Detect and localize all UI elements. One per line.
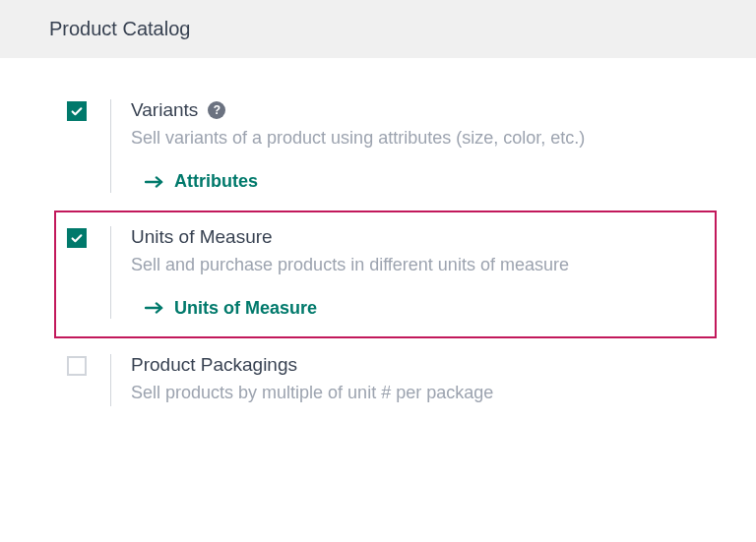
setting-row-uom: Units of Measure Sell and purchase produ…	[54, 211, 717, 339]
setting-title: Product Packagings	[131, 354, 297, 376]
link-label: Attributes	[174, 171, 258, 192]
link-attributes[interactable]: Attributes	[145, 171, 258, 192]
check-icon	[70, 104, 84, 118]
setting-description: Sell and purchase products in different …	[131, 252, 695, 278]
setting-description: Sell variants of a product using attribu…	[131, 125, 736, 151]
section-header: Product Catalog	[0, 0, 756, 58]
setting-row-packagings: Product Packagings Sell products by mult…	[0, 342, 756, 420]
checkbox-variants[interactable]	[67, 101, 87, 121]
section-title: Product Catalog	[49, 18, 190, 39]
arrow-right-icon	[145, 175, 164, 189]
checkbox-uom[interactable]	[67, 228, 87, 248]
setting-title: Units of Measure	[131, 226, 273, 248]
arrow-right-icon	[145, 301, 164, 315]
settings-list: Variants ? Sell variants of a product us…	[0, 58, 756, 453]
check-icon	[70, 231, 84, 245]
vertical-divider	[110, 99, 111, 193]
link-label: Units of Measure	[174, 298, 317, 319]
vertical-divider	[110, 354, 111, 406]
setting-row-variants: Variants ? Sell variants of a product us…	[0, 88, 756, 207]
link-uom[interactable]: Units of Measure	[145, 298, 317, 319]
checkbox-packagings[interactable]	[67, 356, 87, 376]
help-icon[interactable]: ?	[208, 101, 225, 119]
vertical-divider	[110, 226, 111, 320]
setting-title: Variants	[131, 99, 198, 121]
setting-description: Sell products by multiple of unit # per …	[131, 380, 736, 406]
